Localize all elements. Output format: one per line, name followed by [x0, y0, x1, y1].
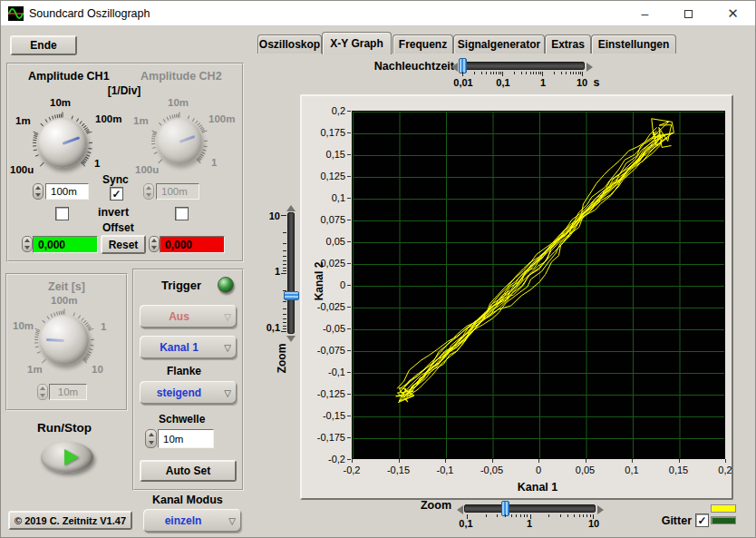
- invert-label: invert: [98, 206, 129, 219]
- schwelle-stepper[interactable]: [145, 429, 157, 448]
- amplitude-ch1-title: Amplitude CH1: [28, 70, 110, 83]
- knob-tick: [72, 115, 73, 119]
- vertical-zoom-slider-handle[interactable]: [284, 291, 299, 300]
- ch1-color-swatch[interactable]: [711, 504, 736, 513]
- knob-label: 10: [92, 364, 103, 375]
- knob-label: 100u: [135, 164, 159, 175]
- knob-tick: [89, 142, 92, 143]
- knob-tick: [73, 312, 75, 316]
- slider-tick: [583, 514, 584, 517]
- copyright-label: © 2019 C. Zeitnitz V1.47: [8, 511, 132, 530]
- ch2-color-swatch[interactable]: [711, 516, 736, 524]
- run-stop-button[interactable]: [41, 442, 93, 473]
- slider-left-arrow-icon[interactable]: [457, 505, 463, 514]
- slider-right-arrow-icon[interactable]: [597, 505, 604, 514]
- y-axis-tick: [347, 394, 351, 395]
- slider-tick-label: 1: [527, 77, 559, 88]
- zeit-value[interactable]: 10m: [49, 384, 87, 400]
- ch1-amplitude-value[interactable]: 100m: [45, 183, 89, 200]
- y-axis-tick: [347, 198, 351, 199]
- vertical-zoom-slider-track[interactable]: [287, 212, 295, 334]
- nachleuchtzeit-slider-track[interactable]: [460, 62, 585, 70]
- slider-tick: [281, 273, 286, 274]
- invert-ch2-checkbox[interactable]: [175, 207, 189, 220]
- slider-tick: [540, 72, 541, 74]
- knob-tick: [33, 142, 36, 143]
- trigger-source-dropdown[interactable]: Kanal 1▽: [140, 336, 237, 359]
- slider-tick: [536, 72, 537, 74]
- y-axis-tick: [347, 437, 351, 438]
- slider-left-arrow-icon[interactable]: [451, 63, 458, 72]
- trigger-panel: Trigger Aus▽ Kanal 1▽ Flanke steigend▽ S…: [132, 269, 244, 491]
- maximize-icon[interactable]: [667, 1, 710, 26]
- knob-tick: [35, 346, 39, 347]
- knob-tick: [40, 162, 44, 167]
- y-axis-tick-label: 0,125: [302, 171, 345, 181]
- knob-label: 1m: [15, 115, 31, 126]
- tab-signalgenerator[interactable]: Signalgenerator: [453, 34, 545, 54]
- knob-tick: [45, 119, 48, 122]
- slider-down-arrow-icon[interactable]: [286, 336, 296, 342]
- ch1-offset-value[interactable]: 0,000: [33, 236, 98, 253]
- knob-label: 100m: [95, 113, 121, 124]
- x-axis-tick: [679, 459, 680, 463]
- knob-tick: [76, 118, 79, 122]
- knob-tick: [34, 149, 37, 151]
- slider-up-arrow-icon[interactable]: [286, 205, 296, 211]
- slider-tick: [560, 514, 561, 517]
- ch2-offset-stepper[interactable]: [149, 236, 160, 252]
- kanal-modus-dropdown[interactable]: einzeln▽: [143, 509, 241, 533]
- slider-tick-label: 0,1: [450, 518, 482, 529]
- knob-label: 1m: [27, 364, 43, 375]
- slider-tick: [281, 331, 286, 332]
- knob-tick: [152, 147, 156, 149]
- y-axis-tick-label: 0,1: [302, 192, 345, 203]
- schwelle-value[interactable]: 10m: [158, 429, 214, 448]
- offset-reset-button[interactable]: Reset: [101, 235, 146, 254]
- y-axis-tick-label: 0,05: [302, 236, 345, 247]
- slider-tick-label: 10: [260, 210, 280, 221]
- flanke-dropdown[interactable]: steigend▽: [140, 381, 237, 405]
- knob-tick: [163, 119, 166, 122]
- slider-right-arrow-icon[interactable]: [586, 63, 593, 72]
- horizontal-zoom-slider-track[interactable]: [464, 504, 596, 513]
- slider-tick: [579, 514, 580, 517]
- xy-plot-area[interactable]: [352, 111, 725, 459]
- ch2-offset-value[interactable]: 0,000: [160, 236, 225, 253]
- slider-tick-label: 0,01: [447, 77, 480, 88]
- invert-ch1-checkbox[interactable]: [55, 207, 69, 220]
- ch2-amplitude-stepper[interactable]: [143, 183, 154, 200]
- tab-frequenz[interactable]: Frequenz: [393, 34, 453, 54]
- knob-tick: [91, 345, 94, 347]
- close-icon[interactable]: ✕: [712, 1, 754, 26]
- auto-set-button[interactable]: Auto Set: [140, 460, 237, 482]
- title-bar: Soundcard Oszillograph – ✕: [1, 1, 756, 26]
- ch1-offset-stepper[interactable]: [22, 236, 33, 252]
- tab-einstellungen[interactable]: Einstellungen: [591, 34, 676, 54]
- knob-label: 1: [94, 158, 100, 169]
- knob-tick: [40, 123, 44, 126]
- tab-x-y-graph[interactable]: X-Y Graph: [322, 32, 392, 54]
- slider-tick: [582, 72, 583, 76]
- tab-extras[interactable]: Extras: [545, 34, 591, 54]
- gitter-checkbox[interactable]: ✓: [695, 514, 709, 527]
- knob-tick: [34, 337, 38, 338]
- knob-tick: [170, 115, 171, 119]
- y-axis-tick: [347, 328, 351, 329]
- tab-oszilloskop[interactable]: Oszilloskop: [257, 34, 322, 54]
- slider-tick: [496, 72, 497, 74]
- slider-tick-label: 10: [577, 518, 610, 529]
- zeit-stepper[interactable]: [37, 384, 48, 400]
- app-window: Soundcard Oszillograph – ✕ Ende Amplitud…: [0, 0, 756, 538]
- ch1-amplitude-stepper[interactable]: [33, 183, 44, 200]
- trigger-mode-dropdown[interactable]: Aus▽: [140, 305, 237, 328]
- sync-checkbox[interactable]: ✓: [110, 187, 123, 201]
- x-axis-tick: [538, 459, 539, 463]
- minimize-icon[interactable]: –: [624, 1, 666, 26]
- ch2-amplitude-value[interactable]: 100m: [156, 183, 199, 200]
- slider-tick-label: 1: [513, 518, 546, 529]
- ende-button[interactable]: Ende: [10, 35, 77, 55]
- knob-tick: [78, 315, 81, 318]
- y-axis-tick: [347, 285, 351, 286]
- slider-tick: [590, 514, 591, 517]
